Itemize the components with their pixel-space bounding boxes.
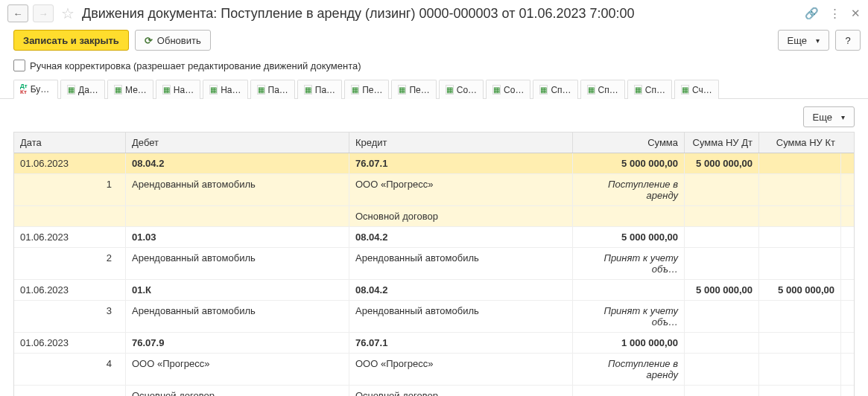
tab-1[interactable]: ▦Да… [60, 80, 105, 99]
cell-index: 4 [14, 354, 126, 385]
cell-sum-note: Принят к учету объ… [573, 248, 685, 279]
entry-row-top[interactable]: 01.06.202301.0308.04.25 000 000,00 [14, 227, 854, 248]
tab-label: Сп… [645, 85, 665, 95]
grid-icon: ▦ [67, 85, 75, 95]
grid-icon: ▦ [114, 85, 122, 95]
more-button[interactable]: Еще ▾ [778, 30, 829, 51]
tab-label: Сп… [551, 85, 571, 95]
entry-row-sub[interactable]: 2Арендованный автомобильАрендованный авт… [14, 248, 854, 280]
entry-row-top[interactable]: 01.06.202301.К08.04.25 000 000,005 000 0… [14, 280, 854, 301]
cell-nuk-sub [759, 301, 841, 332]
cell-debit-acct: 08.04.2 [126, 153, 349, 173]
help-button[interactable]: ? [835, 30, 861, 51]
cell-credit-acct: 08.04.2 [349, 227, 573, 247]
cell-debit-acct: 76.07.9 [126, 333, 349, 353]
tab-label: На… [221, 85, 241, 95]
grid-icon: ▦ [681, 85, 689, 95]
tab-12[interactable]: ▦Сп… [580, 80, 625, 99]
cell-nuk-sub [759, 248, 841, 279]
tab-9[interactable]: ▦Со… [439, 80, 484, 99]
tab-8[interactable]: ▦Пе… [391, 80, 436, 99]
cell-nud-sub [685, 248, 759, 279]
cell-debit-sub: Арендованный автомобиль [126, 174, 349, 205]
grid-icon: ▦ [446, 85, 454, 95]
cell-nud: 5 000 000,00 [685, 153, 759, 173]
favorite-star-icon[interactable]: ☆ [61, 4, 75, 22]
cell-debit-sub: Арендованный автомобиль [126, 248, 349, 279]
more-label: Еще [788, 35, 807, 46]
cell-credit-acct: 76.07.1 [349, 333, 573, 353]
grid-icon: ▦ [351, 85, 359, 95]
tab-5[interactable]: ▦Па… [250, 80, 295, 99]
col-header-sum[interactable]: Сумма [573, 132, 685, 153]
cell-debit-sub: Арендованный автомобиль [126, 301, 349, 332]
kebab-menu-icon[interactable]: ⋮ [829, 7, 840, 20]
cell-nud: 5 000 000,00 [685, 280, 759, 300]
cell-sum-note: Поступление в аренду [573, 174, 685, 205]
tab-label: Ме… [125, 85, 147, 95]
content-more-button[interactable]: Еще ▾ [803, 106, 855, 127]
entry-row-sub[interactable]: 1Арендованный автомобильООО «Прогресс»По… [14, 174, 854, 206]
tab-label: Со… [457, 85, 477, 95]
cell-empty [14, 386, 126, 396]
cell-sum [573, 280, 685, 300]
manual-edit-checkbox[interactable] [13, 60, 25, 71]
cell-date: 01.06.2023 [14, 280, 126, 300]
tab-label: Па… [268, 85, 288, 95]
entry-row-sub2[interactable]: Основной договор [14, 206, 854, 227]
tab-2[interactable]: ▦Ме… [107, 80, 153, 99]
save-close-label: Записать и закрыть [23, 35, 119, 46]
cell-credit-sub2: Основной договор [349, 386, 573, 396]
entry-row-top[interactable]: 01.06.202308.04.276.07.15 000 000,005 00… [14, 153, 854, 174]
grid-icon: ▦ [257, 85, 265, 95]
col-header-date[interactable]: Дата [14, 132, 126, 153]
tab-label: Со… [504, 85, 524, 95]
tab-3[interactable]: ▦На… [156, 80, 200, 99]
tab-13[interactable]: ▦Сп… [627, 80, 672, 99]
cell-nuk [759, 333, 841, 353]
link-icon[interactable]: 🔗 [805, 7, 819, 20]
nav-forward-button[interactable]: → [33, 4, 54, 22]
entry-row-sub[interactable]: 3Арендованный автомобильАрендованный авт… [14, 301, 854, 333]
tab-4[interactable]: ▦На… [203, 80, 247, 99]
col-header-nud[interactable]: Сумма НУ Дт [685, 132, 759, 153]
col-header-debit[interactable]: Дебет [126, 132, 349, 153]
grid-icon: ▦ [304, 85, 312, 95]
cell-debit-acct: 01.03 [126, 227, 349, 247]
tab-label: Сч… [692, 85, 712, 95]
tab-label: Да… [78, 85, 98, 95]
tab-0[interactable]: ДтКтБу… [13, 80, 58, 99]
cell-nuk-empty [759, 386, 841, 396]
grid-icon: ▦ [587, 85, 595, 95]
tab-6[interactable]: ▦Па… [297, 80, 342, 99]
cell-nuk [759, 227, 841, 247]
tab-11[interactable]: ▦Сп… [533, 80, 577, 99]
cell-empty [14, 206, 126, 226]
cell-credit-sub: Арендованный автомобиль [349, 301, 573, 332]
cell-nud [685, 227, 759, 247]
cell-debit-acct: 01.К [126, 280, 349, 300]
tab-10[interactable]: ▦Со… [486, 80, 530, 99]
tab-7[interactable]: ▦Пе… [344, 80, 389, 99]
manual-edit-label: Ручная корректировка (разрешает редактир… [30, 60, 361, 71]
cell-nud [685, 333, 759, 353]
cell-nuk [759, 153, 841, 173]
col-header-credit[interactable]: Кредит [349, 132, 573, 153]
refresh-button[interactable]: ⟳ Обновить [135, 30, 211, 51]
cell-index: 1 [14, 174, 126, 205]
cell-date: 01.06.2023 [14, 227, 126, 247]
tab-14[interactable]: ▦Сч… [674, 80, 719, 99]
cell-nuk-empty [759, 206, 841, 226]
entry-row-top[interactable]: 01.06.202376.07.976.07.11 000 000,00 [14, 333, 854, 354]
cell-nuk-sub [759, 354, 841, 385]
entry-row-sub2[interactable]: Основной договорОсновной договор [14, 386, 854, 396]
cell-nud-sub [685, 174, 759, 205]
close-icon[interactable]: ✕ [851, 7, 861, 20]
cell-nud-empty [685, 206, 759, 226]
refresh-icon: ⟳ [145, 35, 153, 46]
col-header-nuk[interactable]: Сумма НУ Кт [759, 132, 841, 153]
save-close-button[interactable]: Записать и закрыть [13, 30, 129, 51]
nav-back-button[interactable]: ← [7, 4, 28, 22]
cell-nud-empty [685, 386, 759, 396]
entry-row-sub[interactable]: 4ООО «Прогресс»ООО «Прогресс»Поступление… [14, 354, 854, 386]
